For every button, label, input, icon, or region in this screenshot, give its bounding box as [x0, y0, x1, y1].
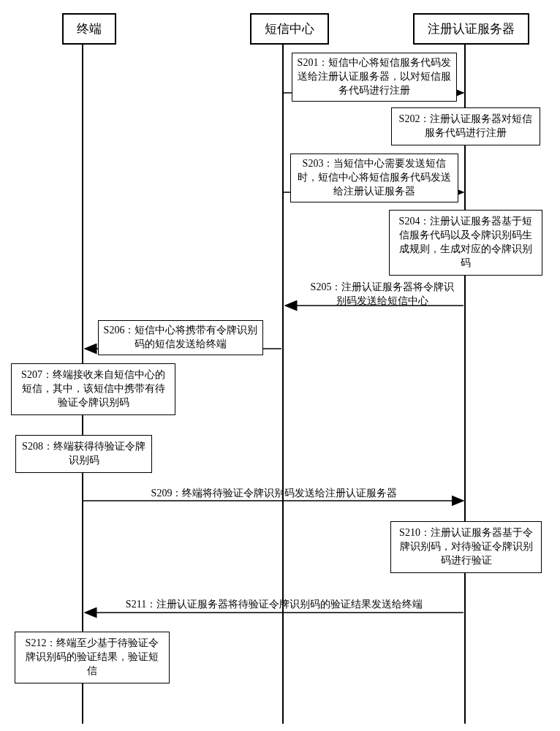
msg-s211: S211：注册认证服务器将待验证令牌识别码的验证结果发送给终端	[110, 598, 439, 612]
step-s207: S207：终端接收来自短信中心的短信，其中，该短信中携带有待验证令牌识别码	[11, 363, 175, 415]
msg-s205: S205：注册认证服务器将令牌识别码发送给短信中心	[306, 281, 459, 308]
msg-s201: S201：短信中心将短信服务代码发送给注册认证服务器，以对短信服务代码进行注册	[292, 53, 457, 102]
step-s204: S204：注册认证服务器基于短信服务代码以及令牌识别码生成规则，生成对应的令牌识…	[389, 210, 542, 276]
participant-sms-center: 短信中心	[250, 13, 329, 45]
lifeline-sms-center	[282, 38, 284, 724]
participant-terminal: 终端	[62, 13, 116, 45]
step-s212: S212：终端至少基于待验证令牌识别码的验证结果，验证短信	[15, 632, 170, 683]
step-s202: S202：注册认证服务器对短信服务代码进行注册	[391, 107, 540, 145]
step-s210: S210：注册认证服务器基于令牌识别码，对待验证令牌识别码进行验证	[390, 521, 542, 573]
step-s208: S208：终端获得待验证令牌识别码	[15, 435, 152, 473]
msg-s209: S209：终端将待验证令牌识别码发送给注册认证服务器	[146, 487, 402, 501]
participant-auth-server: 注册认证服务器	[413, 13, 529, 45]
msg-s206: S206：短信中心将携带有令牌识别码的短信发送给终端	[98, 320, 263, 355]
msg-s203: S203：当短信中心需要发送短信时，短信中心将短信服务代码发送给注册认证服务器	[290, 154, 458, 202]
